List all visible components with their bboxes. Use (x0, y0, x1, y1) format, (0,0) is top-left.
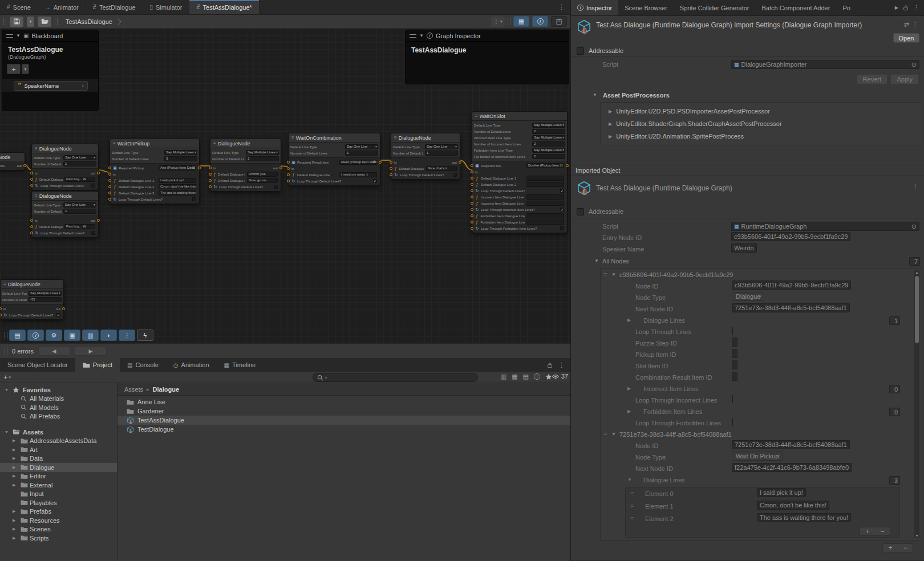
breadcrumb-root[interactable]: Assets (124, 386, 143, 393)
node-row-field[interactable]: Bonfire (Pickup Item⊙ (526, 163, 564, 168)
setting-dropdown[interactable]: Say Multiple Lines (164, 150, 197, 155)
expand-arrow-icon[interactable]: ▼ (5, 430, 9, 434)
node-row-checkbox[interactable] (560, 226, 564, 230)
info-panel-toggle[interactable]: i (27, 330, 44, 341)
tree-folder-editor[interactable]: ▶Editor (0, 472, 117, 481)
setting-field[interactable]: 3 (164, 156, 197, 161)
input-port[interactable] (209, 185, 212, 188)
tab-console[interactable]: ▤Console (120, 358, 166, 372)
tree-folder-data[interactable]: ▶Data (0, 454, 117, 464)
save-dropdown-button[interactable]: ▾ (27, 17, 34, 27)
graph-node-dialoguenode[interactable]: ≡DialogueNodeDefault Line TypeSay One Li… (31, 144, 99, 190)
input-port[interactable] (390, 173, 392, 176)
field-value[interactable] (732, 349, 737, 358)
graph-node-waitonslot[interactable]: ≡WaitOnSlotDefault Line TypeSay Multiple… (472, 111, 568, 233)
menu-icon[interactable]: ⋮ (913, 4, 919, 11)
graph-node-dialoguenode[interactable]: ≡DialogueNodeDefault Line TypeSay One Li… (31, 191, 99, 238)
edge[interactable] (99, 170, 110, 172)
input-port[interactable] (0, 307, 2, 310)
tree-folder-art[interactable]: ▶Art (0, 445, 117, 454)
input-port[interactable] (471, 177, 473, 180)
package-icon[interactable]: ▦ (512, 373, 517, 380)
previous-error-button[interactable]: ◀ (38, 346, 70, 356)
input-port[interactable] (108, 185, 111, 188)
element-value[interactable]: I said pick it up! (757, 488, 806, 497)
audio-panel-toggle[interactable]: ◗ (100, 330, 117, 341)
tree-item-all-models[interactable]: All Models (0, 403, 117, 412)
tree-folder-addressableassetsdata[interactable]: ▶AddressableAssetsData (0, 437, 117, 446)
input-port[interactable] (390, 161, 392, 164)
setting-field[interactable]: 2 (246, 156, 279, 161)
file-row-testdialogue[interactable]: {}TestDialogue (117, 425, 570, 434)
setting-field[interactable]: 1 (425, 151, 458, 156)
setting-dropdown[interactable]: Say Multiple Lines (246, 150, 279, 155)
node-collapse-icon[interactable]: ≡ (291, 135, 294, 140)
input-port[interactable] (287, 167, 290, 170)
graph-canvas[interactable]: ≡StartNodeSpeakerNameout≡DialogueNodeDef… (0, 29, 570, 343)
graph-node-dialoguenode[interactable]: ≡DialogueNodeDefault Line TypeSay Multip… (0, 279, 64, 320)
node-row-checkbox[interactable] (91, 231, 95, 235)
expand-arrow-icon[interactable]: ▶ (13, 448, 15, 452)
open-button[interactable]: Open (893, 33, 919, 43)
blackboard-property[interactable]: ” SpeakerName ‹ (14, 81, 88, 91)
tools-panel-toggle[interactable]: ⚙ (46, 330, 62, 341)
tab-animation[interactable]: ◷Animation (166, 358, 217, 372)
edge[interactable] (281, 166, 288, 166)
object-picker-icon[interactable]: ⊙ (911, 61, 917, 68)
output-port[interactable] (23, 164, 26, 167)
add-element-button[interactable]: + (860, 527, 875, 535)
input-port[interactable] (108, 166, 111, 169)
node-row-field[interactable]: I said pick it up! (159, 178, 196, 183)
node-row-checkbox[interactable] (274, 185, 278, 189)
node-row-field[interactable] (526, 182, 564, 187)
setting-dropdown[interactable]: Say One Line (63, 202, 96, 208)
edge[interactable] (460, 160, 472, 170)
node-row-checkbox[interactable] (192, 197, 196, 201)
menu-icon[interactable]: ⋮ (912, 183, 918, 190)
input-port[interactable] (209, 179, 212, 182)
node-row-field[interactable]: The ass is waiting there for (159, 190, 196, 196)
file-row-anne-lise[interactable]: Anne Lise (117, 397, 570, 406)
tab-project[interactable]: Project (75, 358, 120, 372)
graph-node-startnode[interactable]: ≡StartNodeSpeakerNameout (0, 152, 25, 170)
tree-folder-input[interactable]: Input (0, 490, 117, 499)
setting-dropdown[interactable]: Say One Line (63, 155, 96, 160)
setting-dropdown[interactable]: Say Multiple Lines (532, 135, 565, 140)
graph-inspector-header[interactable]: ▼ i Graph Inspector (406, 30, 569, 42)
expand-arrow-icon[interactable]: ▶ (13, 438, 15, 443)
tab-testdialogue[interactable]: ƵTestDialogue (86, 0, 143, 14)
node-row-field[interactable] (526, 201, 564, 206)
search-input[interactable]: ▾ (313, 373, 478, 382)
node-row-checkbox[interactable]: ✓ (560, 189, 564, 193)
foldout-arrow-icon[interactable]: ▶ (627, 318, 631, 323)
input-port[interactable] (108, 179, 111, 182)
expand-arrow-icon[interactable]: ▶ (13, 518, 15, 523)
checkbox[interactable] (732, 395, 733, 403)
foldout-arrow-icon[interactable]: ▼ (627, 477, 632, 482)
tree-item-all-prefabs[interactable]: All Prefabs (0, 412, 117, 421)
tab-scene-object-locator[interactable]: Scene Object Locator (0, 358, 75, 372)
lock-icon[interactable] (903, 5, 909, 11)
object-picker-icon[interactable]: ⊙ (560, 163, 563, 167)
input-port[interactable] (30, 184, 33, 187)
graph-node-dialoguenode[interactable]: ≡DialogueNodeDefault Line TypeSay Multip… (210, 139, 281, 192)
tree-item-all-materials[interactable]: All Materials (0, 395, 117, 404)
tab-simulator[interactable]: ▯Simulator (143, 0, 190, 14)
input-port[interactable] (209, 173, 212, 176)
collapse-arrow-icon[interactable]: ▼ (16, 33, 21, 38)
next-error-button[interactable]: ▶ (75, 346, 107, 356)
setting-dropdown[interactable]: Say Multiple Lines (29, 291, 62, 296)
node-row-field[interactable]: I need my meat :) (339, 172, 377, 177)
blackboard-panel-toggle[interactable]: ▥ (82, 330, 99, 341)
tab-batch-component-adder[interactable]: Batch Component Adder (756, 0, 837, 15)
input-port[interactable] (471, 196, 473, 198)
input-port[interactable] (30, 219, 33, 222)
breadcrumb[interactable]: TestAssDialogue (66, 18, 120, 25)
expand-arrow-icon[interactable]: ▶ (13, 474, 15, 478)
minimap-toggle[interactable]: ◰ (551, 16, 567, 27)
setting-field[interactable]: 1 (63, 161, 96, 166)
blackboard-property-row[interactable]: ” SpeakerName ‹ (2, 79, 98, 92)
tree-folder-resources[interactable]: ▶Resources (0, 516, 117, 525)
dropdown-value[interactable]: Wait On Pickup (732, 452, 783, 461)
tree-folder-playables[interactable]: Playables (0, 498, 117, 507)
